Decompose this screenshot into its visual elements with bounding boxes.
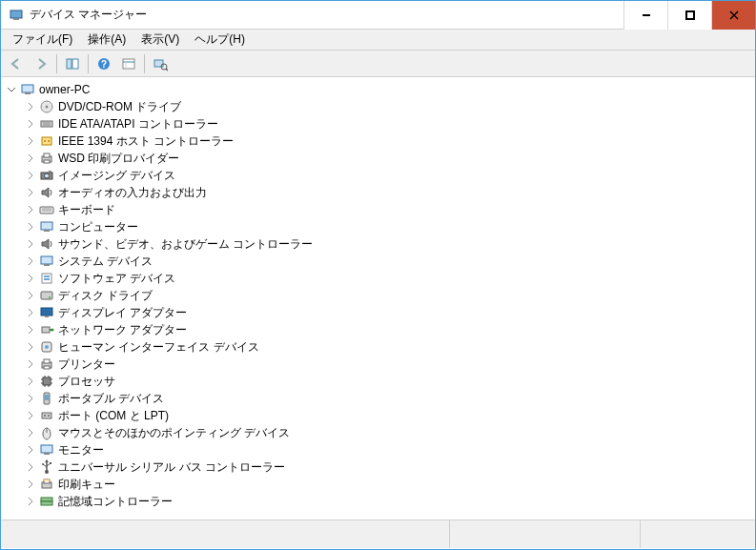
device-tree[interactable]: owner-PC DVD/CD-ROM ドライブIDE ATA/ATAPI コン…	[1, 77, 755, 519]
tree-category[interactable]: ネットワーク アダプター	[3, 321, 753, 338]
expander-closed-icon[interactable]	[24, 306, 37, 319]
display-icon	[39, 305, 54, 320]
tree-category[interactable]: サウンド、ビデオ、およびゲーム コントローラー	[3, 235, 753, 253]
statusbar	[1, 519, 755, 548]
scan-hardware-button[interactable]	[149, 52, 172, 75]
tree-category[interactable]: 記憶域コントローラー	[3, 493, 753, 510]
ide-icon	[39, 116, 54, 132]
tree-category-label: プリンター	[58, 356, 115, 373]
toolbar-separator	[144, 54, 145, 73]
tree-category-label: ソフトウェア デバイス	[58, 271, 175, 287]
tree-category-label: 印刷キュー	[58, 477, 115, 493]
expander-open-icon[interactable]	[5, 83, 18, 96]
menu-action[interactable]: 操作(A)	[80, 30, 133, 50]
tree-category[interactable]: WSD 印刷プロバイダー	[3, 150, 753, 167]
tree-category[interactable]: ユニバーサル シリアル バス コントローラー	[3, 458, 753, 476]
tree-category[interactable]: 印刷キュー	[3, 476, 753, 493]
menu-help[interactable]: ヘルプ(H)	[187, 30, 253, 50]
tree-category-label: システム デバイス	[58, 254, 153, 270]
tree-category-label: IEEE 1394 ホスト コントローラー	[58, 133, 234, 150]
computer-icon	[39, 219, 54, 234]
tree-category[interactable]: ヒューマン インターフェイス デバイス	[3, 338, 753, 356]
tree-category-label: ユニバーサル シリアル バス コントローラー	[58, 459, 285, 476]
expander-closed-icon[interactable]	[24, 169, 37, 182]
expander-closed-icon[interactable]	[24, 100, 37, 113]
expander-closed-icon[interactable]	[24, 220, 37, 234]
expander-closed-icon[interactable]	[24, 375, 37, 388]
tree-category[interactable]: プロセッサ	[3, 373, 753, 390]
cpu-icon	[39, 374, 54, 389]
tree-category[interactable]: プリンター	[3, 356, 753, 373]
expander-closed-icon[interactable]	[24, 272, 37, 285]
titlebar: デバイス マネージャー	[1, 1, 755, 30]
tree-category[interactable]: IDE ATA/ATAPI コントローラー	[3, 115, 753, 132]
tree-category[interactable]: ポータブル デバイス	[3, 390, 753, 407]
toolbar: ?	[1, 51, 755, 77]
svg-rect-1	[13, 18, 19, 20]
tree-category[interactable]: マウスとそのほかのポインティング デバイス	[3, 424, 753, 441]
expander-closed-icon[interactable]	[24, 134, 37, 148]
svg-rect-0	[10, 10, 22, 18]
disk-icon	[39, 288, 54, 303]
expander-closed-icon[interactable]	[24, 460, 37, 474]
tree-category-label: DVD/CD-ROM ドライブ	[58, 99, 181, 115]
expander-closed-icon[interactable]	[24, 289, 37, 302]
expander-closed-icon[interactable]	[24, 186, 37, 199]
printer-icon	[39, 151, 54, 166]
tree-category[interactable]: IEEE 1394 ホスト コントローラー	[3, 132, 753, 150]
tree-category[interactable]: コンピューター	[3, 218, 753, 235]
expander-closed-icon[interactable]	[24, 237, 37, 251]
expander-closed-icon[interactable]	[24, 495, 37, 508]
expander-closed-icon[interactable]	[24, 152, 37, 165]
tree-category[interactable]: システム デバイス	[3, 253, 753, 270]
expander-closed-icon[interactable]	[24, 255, 37, 268]
menu-file[interactable]: ファイル(F)	[5, 30, 80, 50]
minimize-button[interactable]	[623, 1, 667, 30]
portable-icon	[39, 391, 54, 406]
expander-closed-icon[interactable]	[24, 203, 37, 216]
toolbar-separator	[88, 54, 89, 73]
tree-category[interactable]: ディスク ドライブ	[3, 287, 753, 304]
tree-category[interactable]: DVD/CD-ROM ドライブ	[3, 98, 753, 115]
expander-closed-icon[interactable]	[24, 392, 37, 405]
tree-root-label: owner-PC	[39, 83, 90, 96]
expander-closed-icon[interactable]	[24, 478, 37, 491]
tree-category[interactable]: オーディオの入力および出力	[3, 184, 753, 201]
tree-category-label: イメージング デバイス	[58, 168, 175, 184]
tree-category[interactable]: ディスプレイ アダプター	[3, 304, 753, 321]
expander-closed-icon[interactable]	[24, 426, 37, 439]
tree-category-label: WSD 印刷プロバイダー	[58, 151, 179, 167]
help-button[interactable]: ?	[92, 52, 115, 75]
tree-category-label: ディスプレイ アダプター	[58, 305, 187, 321]
svg-rect-17	[25, 92, 31, 94]
tree-category[interactable]: キーボード	[3, 201, 753, 218]
keyboard-icon	[39, 202, 54, 217]
expander-closed-icon[interactable]	[24, 323, 37, 336]
expander-closed-icon[interactable]	[24, 409, 37, 422]
forward-button[interactable]	[30, 52, 52, 75]
status-cell-mid	[450, 520, 641, 548]
imaging-icon	[39, 168, 54, 183]
show-hide-tree-button[interactable]	[61, 52, 84, 75]
audio-icon	[39, 185, 54, 200]
menu-view[interactable]: 表示(V)	[133, 30, 187, 50]
tree-category-label: コンピューター	[58, 219, 138, 235]
back-button[interactable]	[5, 52, 28, 75]
expander-closed-icon[interactable]	[24, 443, 37, 457]
tree-category[interactable]: モニター	[3, 441, 753, 458]
tree-category-label: サウンド、ビデオ、およびゲーム コントローラー	[58, 236, 313, 253]
expander-closed-icon[interactable]	[24, 340, 37, 354]
tree-category-label: ディスク ドライブ	[58, 288, 153, 304]
svg-line-15	[166, 69, 168, 71]
tree-root[interactable]: owner-PC	[3, 81, 753, 98]
tree-category[interactable]: ソフトウェア デバイス	[3, 270, 753, 287]
expander-closed-icon[interactable]	[24, 117, 37, 131]
tree-category[interactable]: イメージング デバイス	[3, 167, 753, 184]
audio-icon	[39, 236, 54, 252]
properties-button[interactable]	[117, 52, 140, 75]
computer-icon	[39, 254, 54, 269]
maximize-button[interactable]	[667, 1, 711, 30]
tree-category[interactable]: ポート (COM と LPT)	[3, 407, 753, 424]
expander-closed-icon[interactable]	[24, 357, 37, 371]
close-button[interactable]	[711, 1, 755, 30]
